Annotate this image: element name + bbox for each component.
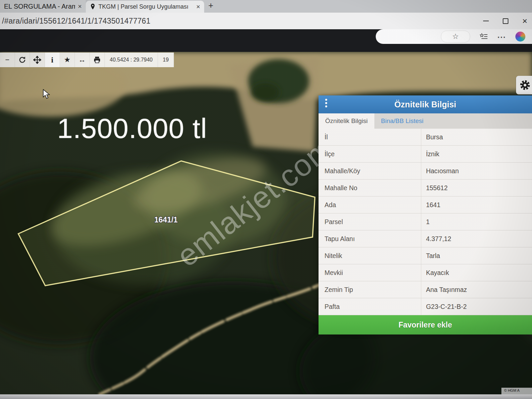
zoom-out-button[interactable]: − bbox=[0, 53, 15, 67]
attribute-panel: Öznitelik Bilgisi Öznitelik Bilgisi Bina… bbox=[319, 95, 532, 332]
zoom-level-readout: 19 bbox=[158, 53, 174, 67]
address-bar: /#ara/idari/155612/1641/1/1743501477761 … bbox=[0, 13, 532, 30]
panel-title: Öznitelik Bilgisi bbox=[394, 100, 456, 109]
favorites-star-button[interactable]: ★ bbox=[60, 53, 75, 67]
table-row: MevkiiKayacık bbox=[319, 264, 532, 281]
close-window-button[interactable]: × bbox=[522, 17, 527, 25]
location-pin-icon bbox=[90, 3, 96, 10]
browser-tab-bar: EL SORGULAMA - Arama × TKGM | Parsel Sor… bbox=[0, 0, 532, 13]
mouse-cursor bbox=[43, 89, 51, 99]
table-row: PaftaG23-C-21-B-2 bbox=[319, 298, 532, 315]
tab-title: EL SORGULAMA - Arama bbox=[4, 3, 75, 10]
map-attribution: © HGM A bbox=[501, 388, 532, 394]
close-tab-icon[interactable]: × bbox=[196, 3, 200, 10]
panel-menu-icon[interactable] bbox=[325, 99, 327, 107]
printer-icon bbox=[93, 56, 101, 64]
address-url[interactable]: /#ara/idari/155612/1641/1/1743501477761 bbox=[2, 17, 151, 26]
favorite-button[interactable]: ☆ bbox=[441, 31, 470, 43]
pan-button[interactable] bbox=[30, 53, 45, 67]
info-button[interactable]: i bbox=[45, 53, 60, 67]
map-toolbar: − i ★ ↔ 40.5424 : 29.7940 19 bbox=[0, 53, 174, 67]
parcel-number-label: 1641/1 bbox=[154, 215, 178, 224]
table-row: İlBursa bbox=[319, 129, 532, 146]
panel-tab-bar: Öznitelik Bilgisi Bina/BB Listesi bbox=[319, 113, 532, 129]
close-tab-icon[interactable]: × bbox=[78, 3, 82, 10]
gear-icon bbox=[519, 79, 531, 91]
minimize-button[interactable] bbox=[483, 21, 489, 21]
bottom-bezel-strip bbox=[0, 394, 532, 399]
table-row: NitelikTarla bbox=[319, 247, 532, 264]
browser-tab-search[interactable]: EL SORGULAMA - Arama × bbox=[0, 0, 86, 13]
refresh-icon bbox=[18, 56, 26, 64]
price-overlay: 1.500.000 tl bbox=[57, 112, 207, 145]
measure-button[interactable]: ↔ bbox=[75, 53, 90, 67]
collections-icon[interactable] bbox=[479, 33, 488, 41]
pan-move-icon bbox=[33, 56, 41, 64]
table-row: Parsel1 bbox=[319, 213, 532, 230]
refresh-button[interactable] bbox=[15, 53, 30, 67]
table-row: Ada1641 bbox=[319, 197, 532, 213]
attribute-panel-header: Öznitelik Bilgisi bbox=[319, 95, 532, 113]
table-row: Mahalle No155612 bbox=[319, 180, 532, 197]
new-tab-button[interactable]: + bbox=[204, 0, 217, 13]
coordinates-readout: 40.5424 : 29.7940 bbox=[105, 53, 158, 67]
browser-action-bar: ☆ ... bbox=[376, 29, 532, 44]
tab-title: TKGM | Parsel Sorgu Uygulaması bbox=[98, 3, 194, 10]
table-row: İlçeİznik bbox=[319, 146, 532, 163]
browser-tab-tkgm[interactable]: TKGM | Parsel Sorgu Uygulaması × bbox=[86, 1, 204, 13]
add-to-favorites-button[interactable]: Favorilere ekle bbox=[319, 315, 532, 334]
maximize-button[interactable] bbox=[503, 18, 508, 24]
browser-menu-icon[interactable]: ... bbox=[497, 31, 506, 40]
attribute-table: İlBursa İlçeİznik Mahalle/KöyHacıosman M… bbox=[319, 129, 532, 315]
screen-photo: EL SORGULAMA - Arama × TKGM | Parsel Sor… bbox=[0, 0, 532, 399]
map-settings-button[interactable] bbox=[516, 76, 532, 94]
table-row: Zemin TipAna Taşınmaz bbox=[319, 281, 532, 298]
favorite-star-icon: ☆ bbox=[452, 32, 459, 41]
map-viewport[interactable]: 1641/1 − i ★ ↔ 40.5424 : bbox=[0, 52, 532, 394]
tab-bina-bb-listesi[interactable]: Bina/BB Listesi bbox=[374, 113, 430, 129]
print-button[interactable] bbox=[90, 53, 105, 67]
copilot-icon[interactable] bbox=[515, 32, 525, 42]
chrome-dark-band: ☆ ... bbox=[0, 29, 532, 52]
tab-oznitelik-bilgisi[interactable]: Öznitelik Bilgisi bbox=[319, 113, 374, 129]
window-controls: × bbox=[483, 13, 527, 29]
table-row: Tapu Alanı4.377,12 bbox=[319, 230, 532, 247]
table-row: Mahalle/KöyHacıosman bbox=[319, 163, 532, 180]
